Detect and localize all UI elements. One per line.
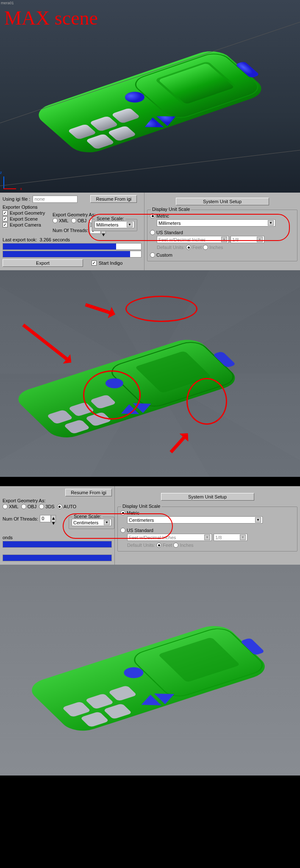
scene-scale-title: Scene Scale: xyxy=(95,216,125,221)
radio-feet xyxy=(186,245,191,250)
start-indigo-checkbox[interactable] xyxy=(92,260,97,266)
start-indigo-label: Start Indigo xyxy=(99,260,122,266)
threads-label-2: Num Of Threads: xyxy=(3,516,38,521)
radio-metric-2[interactable] xyxy=(120,510,125,515)
exporter-options-title: Exporter Options xyxy=(3,204,142,210)
us-unit-dropdown: Feet w/Decimal Inches▼ xyxy=(157,236,229,243)
export-camera-checkbox[interactable] xyxy=(3,222,8,227)
problem-circle-2 xyxy=(83,370,141,420)
scene-scale-dropdown[interactable]: Millimeters▼ xyxy=(94,221,134,228)
radio-xml[interactable] xyxy=(53,218,58,223)
last-export-value: 3.266 seconds xyxy=(39,237,70,242)
problem-circle-3 xyxy=(186,378,227,425)
render-clean xyxy=(0,565,300,776)
render-artifacts xyxy=(0,270,300,477)
last-export-label: Last export took: xyxy=(3,237,37,242)
export-geometry-checkbox[interactable] xyxy=(3,210,8,216)
radio-3ds-2[interactable] xyxy=(39,504,44,509)
threads-input-2[interactable]: 0 xyxy=(40,515,51,522)
radio-us-standard[interactable] xyxy=(150,230,155,235)
scene-scale-title-2: Scene Scale: xyxy=(72,514,103,519)
system-unit-setup-button[interactable]: System Unit Setup xyxy=(176,198,269,205)
max-viewport: mera01 MAX scene z x xyxy=(0,0,300,193)
radio-obj-2[interactable] xyxy=(21,504,26,509)
radio-feet-2 xyxy=(156,543,161,548)
device-render-smooth xyxy=(0,0,300,193)
radio-us-standard-2[interactable] xyxy=(120,528,125,533)
radio-inches-2 xyxy=(173,543,178,548)
last-export-suffix: onds xyxy=(3,535,13,540)
metric-unit-dropdown[interactable]: Millimeters▼ xyxy=(157,219,275,227)
igi-file-input[interactable]: none xyxy=(33,196,78,203)
progress-bar-3 xyxy=(3,541,112,548)
svg-line-13 xyxy=(0,150,300,186)
us-unit-dropdown-2: Feet w/Decimal Inches▼ xyxy=(127,534,212,541)
export-scene-checkbox[interactable] xyxy=(3,216,8,221)
display-unit-scale-title-2: Display Unit Scale xyxy=(121,504,161,509)
exporter-ui-panel-2: Resume From igi Export Geometry As: XML … xyxy=(0,486,300,565)
separator xyxy=(0,477,300,486)
resume-button-2[interactable]: Resume From igi xyxy=(65,489,112,496)
scene-scale-dropdown-2[interactable]: Centimeters▼ xyxy=(72,519,111,526)
radio-obj[interactable] xyxy=(71,218,76,223)
radio-custom[interactable] xyxy=(150,252,155,258)
radio-inches xyxy=(203,245,208,250)
igi-file-label: Using igi file : xyxy=(3,196,30,202)
progress-bar-4 xyxy=(3,554,112,561)
resume-button[interactable]: Resume From igi xyxy=(90,195,137,203)
us-fraction-dropdown-2: 1/8▼ xyxy=(214,534,247,541)
exporter-ui-panel: Using igi file : none Resume From igi Ex… xyxy=(0,193,300,270)
display-unit-scale-title: Display Unit Scale xyxy=(151,207,191,212)
system-unit-setup-button-2[interactable]: System Unit Setup xyxy=(161,493,254,501)
metric-unit-dropdown-2[interactable]: Centimeters▼ xyxy=(127,516,263,524)
progress-bar-2 xyxy=(3,251,142,258)
device-render-clean xyxy=(0,565,300,776)
radio-auto-2[interactable] xyxy=(57,504,62,509)
export-button[interactable]: Export xyxy=(3,259,83,267)
radio-xml-2[interactable] xyxy=(3,504,8,509)
progress-bar-1 xyxy=(3,243,142,250)
export-geometry-as-label-2: Export Geometry As: xyxy=(3,498,112,503)
radio-metric[interactable] xyxy=(150,213,155,218)
threads-label: Num Of Threads: xyxy=(53,228,88,233)
threads-spinner-2[interactable]: ▲▼ xyxy=(51,515,56,522)
problem-circle-1 xyxy=(125,296,197,322)
us-fraction-dropdown: 1/8▼ xyxy=(231,236,264,243)
